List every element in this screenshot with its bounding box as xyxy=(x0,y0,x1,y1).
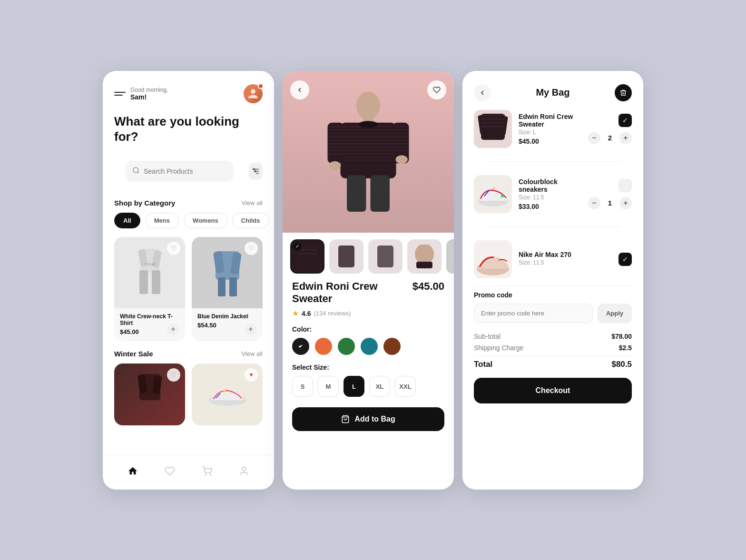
svg-rect-54 xyxy=(393,139,409,140)
main-divider xyxy=(474,286,632,286)
bag-item-controls-2: − 1 + xyxy=(588,179,632,209)
add-to-bag-label: Add to Bag xyxy=(354,415,395,423)
product-hero-svg xyxy=(325,83,411,221)
subtotal-value: $78.00 xyxy=(611,333,632,340)
qty-minus-1[interactable]: − xyxy=(588,132,600,144)
item-checkbox-1[interactable]: ✓ xyxy=(618,114,632,127)
menu-icon[interactable] xyxy=(114,92,126,96)
svg-point-0 xyxy=(133,167,138,173)
add-product-btn-1[interactable]: + xyxy=(167,323,179,335)
color-brown[interactable] xyxy=(383,338,401,355)
product-detail-screen: ✓ Edwin Roni Crew Sweater $45.00 ★ 4.6 (… xyxy=(283,71,454,490)
thumb-check-1: ✓ xyxy=(293,242,302,251)
qty-value-2: 1 xyxy=(606,199,614,207)
size-m[interactable]: M xyxy=(318,376,339,397)
color-orange[interactable] xyxy=(315,338,332,355)
sale-wishlist-2[interactable]: ♥ xyxy=(245,368,258,382)
svg-rect-77 xyxy=(481,126,505,127)
size-label: Select Size: xyxy=(292,364,444,371)
thumb-1[interactable]: ✓ xyxy=(290,239,324,274)
svg-rect-50 xyxy=(393,126,409,127)
search-bar[interactable] xyxy=(126,161,234,182)
sale-card-1[interactable]: ♡ xyxy=(114,364,185,425)
promo-apply-button[interactable]: Apply xyxy=(598,304,632,323)
svg-rect-34 xyxy=(341,150,396,151)
thumb-2[interactable] xyxy=(329,239,363,274)
product-title: Edwin Roni Crew Sweater xyxy=(292,280,387,305)
add-product-btn-2[interactable]: + xyxy=(245,323,257,335)
nav-wishlist[interactable] xyxy=(161,462,179,480)
qty-control-2: − 1 + xyxy=(588,197,632,209)
svg-rect-47 xyxy=(328,153,344,154)
sale-view-all[interactable]: View all xyxy=(241,350,263,357)
product-card-2[interactable]: ♡ Blue Denim Jacket $54.50 + xyxy=(192,237,263,341)
svg-point-61 xyxy=(359,121,378,128)
checkout-button[interactable]: Checkout xyxy=(474,378,632,403)
bag-items: Edwin Roni Crew Sweater Size: L $45.00 ✓… xyxy=(462,110,643,278)
size-xxl[interactable]: XXL xyxy=(395,376,416,397)
shipping-value: $2.5 xyxy=(619,344,632,352)
category-womens[interactable]: Womens xyxy=(184,213,227,228)
thumb-5[interactable] xyxy=(446,239,454,274)
svg-rect-59 xyxy=(347,175,366,212)
product-image-1: T-Shirt ♡ xyxy=(114,237,185,308)
back-button[interactable] xyxy=(290,80,309,99)
wishlist-button[interactable] xyxy=(427,80,446,99)
color-picker xyxy=(292,338,444,355)
color-green[interactable] xyxy=(338,338,355,355)
svg-rect-31 xyxy=(341,139,396,140)
divider-1 xyxy=(485,161,620,162)
add-to-bag-button[interactable]: Add to Bag xyxy=(292,407,444,431)
wishlist-btn-2[interactable]: ♡ xyxy=(245,242,258,255)
thumb-4[interactable] xyxy=(407,239,442,274)
category-childs[interactable]: Childs xyxy=(232,213,269,228)
products-grid: T-Shirt ♡ White Crew-neck T-Shirt $45.00… xyxy=(103,237,274,341)
bag-title: My Bag xyxy=(536,87,569,98)
size-l[interactable]: L xyxy=(344,376,364,397)
product-thumbnails: ✓ xyxy=(283,233,454,280)
bag-item-price-2: $33.00 xyxy=(519,203,581,210)
svg-rect-63 xyxy=(298,249,317,250)
item-checkbox-2[interactable] xyxy=(618,179,632,192)
svg-rect-65 xyxy=(338,246,354,267)
svg-rect-76 xyxy=(481,122,505,123)
sale-card-2[interactable]: ♥ xyxy=(192,364,263,425)
sale-wishlist-1[interactable]: ♡ xyxy=(167,368,180,382)
product-card-1[interactable]: T-Shirt ♡ White Crew-neck T-Shirt $45.00… xyxy=(114,237,185,341)
search-input[interactable] xyxy=(144,167,227,175)
sale-title: Winter Sale xyxy=(114,350,153,358)
greeting-top: Good morning, xyxy=(130,87,244,93)
star-icon: ★ xyxy=(292,309,299,318)
item-checkbox-3[interactable]: ✓ xyxy=(618,253,632,266)
category-all[interactable]: All xyxy=(114,213,140,228)
filter-button[interactable] xyxy=(249,163,263,180)
svg-rect-66 xyxy=(377,246,393,267)
color-black[interactable] xyxy=(292,338,309,355)
size-s[interactable]: S xyxy=(292,376,313,397)
home-screen: Good morning, Sam! What are you looking … xyxy=(103,71,274,490)
svg-rect-43 xyxy=(328,139,344,140)
bag-back-button[interactable] xyxy=(474,84,491,101)
size-xl[interactable]: XL xyxy=(369,376,390,397)
bag-header: My Bag xyxy=(462,71,643,110)
bag-item-info-2: Colourblock sneakers Size: 11.5 $33.00 xyxy=(519,178,581,210)
category-mens[interactable]: Mens xyxy=(145,213,179,228)
wishlist-btn-1[interactable]: ♡ xyxy=(167,242,180,255)
bag-delete-button[interactable] xyxy=(615,84,632,101)
category-view-all[interactable]: View all xyxy=(241,199,263,206)
svg-rect-41 xyxy=(328,133,344,134)
nav-profile[interactable] xyxy=(235,462,253,480)
promo-code-input[interactable] xyxy=(474,304,593,323)
nav-home[interactable] xyxy=(124,462,142,480)
qty-plus-1[interactable]: + xyxy=(619,132,632,144)
qty-minus-2[interactable]: − xyxy=(588,197,600,209)
qty-plus-2[interactable]: + xyxy=(619,197,632,209)
svg-rect-16 xyxy=(229,277,237,296)
svg-text:T-Shirt: T-Shirt xyxy=(144,262,156,266)
color-teal[interactable] xyxy=(361,338,378,355)
avatar[interactable] xyxy=(244,84,263,103)
bag-item-name-3: Nike Air Max 270 xyxy=(519,251,612,258)
svg-rect-68 xyxy=(416,262,432,268)
thumb-3[interactable] xyxy=(368,239,402,274)
nav-cart[interactable] xyxy=(198,462,216,480)
